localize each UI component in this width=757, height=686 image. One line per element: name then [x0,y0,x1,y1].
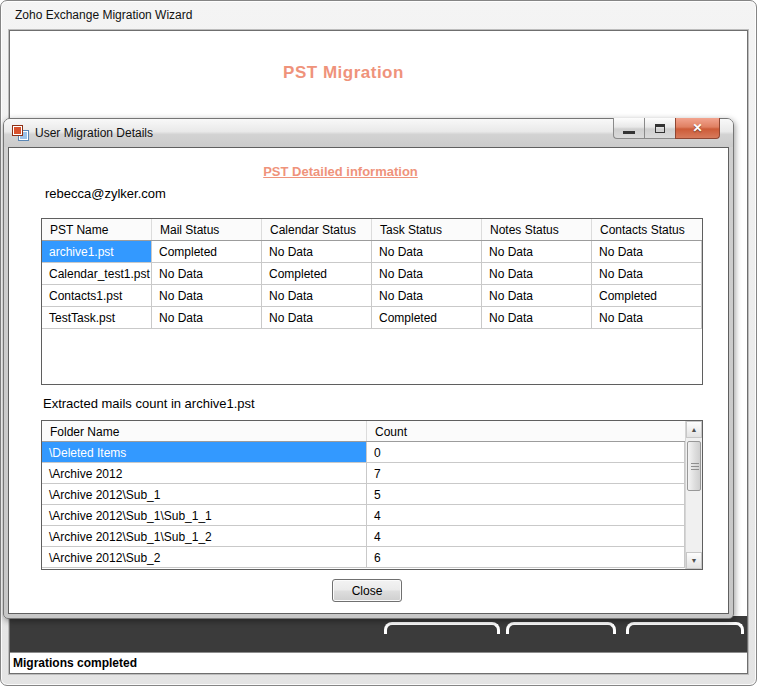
status-bar: Migrations completed [10,652,747,673]
table-cell[interactable]: \Archive 2012\Sub_1\Sub_1_1 [42,505,367,525]
dialog-title: User Migration Details [35,126,153,140]
screen: Zoho Exchange Migration Wizard PST Migra… [0,0,757,686]
user-migration-dialog: User Migration Details ✕ PST Detailed in… [3,118,734,619]
table-row: \Archive 2012\Sub_1\Sub_1_24 [42,526,685,547]
close-icon: ✕ [692,121,702,135]
table-cell[interactable]: No Data [482,241,592,262]
table-row: \Archive 2012\Sub_26 [42,547,685,568]
table-cell[interactable]: No Data [152,285,262,306]
wizard-titlebar[interactable]: Zoho Exchange Migration Wizard [1,1,756,30]
table-row: \Archive 2012\Sub_1\Sub_1_14 [42,505,685,526]
folder-table-header: Folder NameCount [42,421,685,442]
table-cell[interactable]: No Data [372,241,482,262]
close-window-button[interactable]: ✕ [675,118,720,139]
background-button[interactable] [626,622,744,634]
column-header[interactable]: Calendar Status [262,219,372,240]
folder-count-table: Folder NameCount \Deleted Items0\Archive… [41,420,703,570]
table-cell[interactable]: archive1.pst [42,241,152,262]
table-cell[interactable]: No Data [262,241,372,262]
dialog-titlebar[interactable]: User Migration Details ✕ [4,119,733,147]
dialog-heading: PST Detailed information [0,164,700,179]
table-cell[interactable]: 6 [367,547,685,567]
table-cell[interactable]: \Archive 2012\Sub_2 [42,547,367,567]
dialog-close-button[interactable]: Close [332,579,402,602]
table-cell[interactable]: Completed [592,285,702,306]
background-button[interactable] [384,622,500,634]
minimize-icon [623,131,635,134]
table-cell[interactable]: \Archive 2012 [42,463,367,483]
table-cell[interactable]: Calendar_test1.pst [42,263,152,284]
table-cell[interactable]: No Data [482,307,592,328]
table-row: \Archive 2012\Sub_15 [42,484,685,505]
table-cell[interactable]: Completed [372,307,482,328]
table-row: \Deleted Items0 [42,442,685,463]
maximize-button[interactable] [644,118,675,139]
table-row: TestTask.pstNo DataNo DataCompletedNo Da… [42,307,702,329]
column-header[interactable]: Mail Status [152,219,262,240]
table-cell[interactable]: 5 [367,484,685,504]
window-controls: ✕ [613,118,720,139]
table-cell[interactable]: No Data [592,307,702,328]
column-header[interactable]: Contacts Status [592,219,702,240]
status-text: Migrations completed [13,656,137,670]
wizard-bottom-panel [10,616,747,652]
column-header[interactable]: Task Status [372,219,482,240]
extracted-count-label: Extracted mails count in archive1.pst [43,396,255,411]
table-cell[interactable]: No Data [372,285,482,306]
table-cell[interactable]: No Data [482,263,592,284]
table-cell[interactable]: \Archive 2012\Sub_1\Sub_1_2 [42,526,367,546]
account-email: rebecca@zylker.com [45,186,166,201]
table-row: archive1.pstCompletedNo DataNo DataNo Da… [42,241,702,263]
table-cell[interactable]: 0 [367,442,685,462]
maximize-icon [655,124,665,133]
pst-table-rows: archive1.pstCompletedNo DataNo DataNo Da… [42,241,702,329]
table-cell[interactable]: \Archive 2012\Sub_1 [42,484,367,504]
table-cell[interactable]: 7 [367,463,685,483]
scroll-up-icon[interactable]: ▲ [686,421,702,438]
table-cell[interactable]: TestTask.pst [42,307,152,328]
table-cell[interactable]: Contacts1.pst [42,285,152,306]
table-row: Calendar_test1.pstNo DataCompletedNo Dat… [42,263,702,285]
table-cell[interactable]: Completed [152,241,262,262]
page-title: PST Migration [0,63,712,83]
column-header[interactable]: Notes Status [482,219,592,240]
column-header[interactable]: PST Name [42,219,152,240]
minimize-button[interactable] [613,118,644,139]
scroll-down-icon[interactable]: ▼ [686,552,702,569]
table-cell[interactable]: No Data [262,285,372,306]
table-cell[interactable]: No Data [372,263,482,284]
table-cell[interactable]: No Data [592,241,702,262]
table-cell[interactable]: No Data [262,307,372,328]
table-cell[interactable]: 4 [367,526,685,546]
pst-status-table: PST NameMail StatusCalendar StatusTask S… [41,218,703,385]
vertical-scrollbar[interactable]: ▲ ▼ [685,421,702,569]
wizard-title: Zoho Exchange Migration Wizard [15,8,192,22]
table-cell[interactable]: 4 [367,505,685,525]
table-row: \Archive 20127 [42,463,685,484]
table-cell[interactable]: No Data [482,285,592,306]
table-cell[interactable]: \Deleted Items [42,442,367,462]
form-icon[interactable] [13,126,28,140]
table-row: Contacts1.pstNo DataNo DataNo DataNo Dat… [42,285,702,307]
scroll-thumb[interactable] [687,441,701,491]
table-cell[interactable]: No Data [152,307,262,328]
pst-table-header: PST NameMail StatusCalendar StatusTask S… [42,219,702,241]
background-button[interactable] [506,622,616,634]
table-cell[interactable]: Completed [262,263,372,284]
column-header[interactable]: Folder Name [42,421,367,441]
dialog-body: PST Detailed information rebecca@zylker.… [8,147,729,614]
folder-table-rows: \Deleted Items0\Archive 20127\Archive 20… [42,442,685,568]
table-cell[interactable]: No Data [152,263,262,284]
column-header[interactable]: Count [367,421,685,441]
table-cell[interactable]: No Data [592,263,702,284]
